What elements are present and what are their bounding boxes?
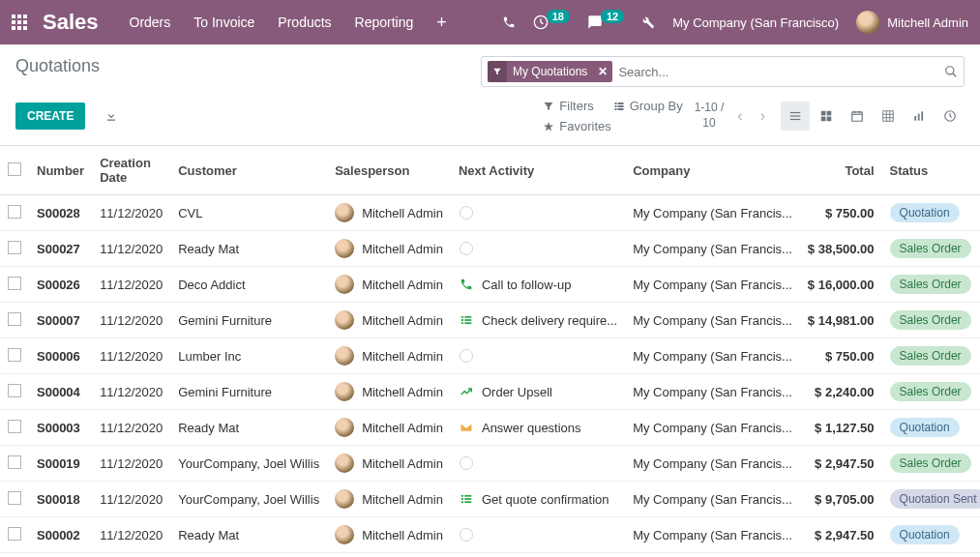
activity-list-icon[interactable] xyxy=(459,492,474,506)
activity-mail-icon[interactable] xyxy=(459,421,474,434)
favorites-button[interactable]: Favorites xyxy=(543,119,610,133)
filters-button[interactable]: Filters xyxy=(543,99,593,113)
row-checkbox[interactable] xyxy=(8,348,21,362)
cell-number: S00003 xyxy=(29,410,92,446)
status-badge: Sales Order xyxy=(890,346,971,366)
table-row[interactable]: S0000711/12/2020Gemini FurnitureMitchell… xyxy=(0,303,980,338)
search-bar[interactable]: My Quotations ✕ xyxy=(481,56,965,87)
col-customer[interactable]: Customer xyxy=(170,146,327,195)
cell-number: S00018 xyxy=(29,482,92,517)
cell-activity[interactable] xyxy=(451,338,625,374)
svg-rect-1 xyxy=(17,15,21,18)
col-total[interactable]: Total xyxy=(800,146,882,195)
activity-empty-icon[interactable] xyxy=(460,528,473,542)
view-kanban-icon[interactable] xyxy=(812,102,841,131)
activity-empty-icon[interactable] xyxy=(459,349,474,363)
cell-activity[interactable]: Call to follow-up xyxy=(451,267,625,303)
activity-phone-icon[interactable] xyxy=(459,278,474,291)
svg-rect-23 xyxy=(821,117,826,122)
view-pivot-icon[interactable] xyxy=(874,102,903,131)
svg-rect-49 xyxy=(464,501,471,503)
svg-rect-22 xyxy=(827,111,832,116)
row-checkbox[interactable] xyxy=(8,527,21,541)
cell-activity[interactable] xyxy=(451,446,625,482)
col-salesperson[interactable]: Salesperson xyxy=(327,146,451,195)
pager-prev-icon[interactable]: ‹ xyxy=(733,103,746,129)
nav-products[interactable]: Products xyxy=(278,15,331,30)
apps-icon[interactable] xyxy=(12,15,27,30)
activity-empty-icon[interactable] xyxy=(459,242,474,255)
cell-salesperson: Mitchell Admin xyxy=(327,338,451,374)
cell-activity[interactable] xyxy=(451,231,625,267)
col-date[interactable]: Creation Date xyxy=(92,146,170,195)
salesperson-avatar-icon xyxy=(335,382,354,401)
col-activity[interactable]: Next Activity xyxy=(451,146,625,195)
cell-activity[interactable]: Check delivery require... xyxy=(451,303,625,338)
activity-empty-icon[interactable] xyxy=(460,456,473,470)
activity-empty-icon[interactable] xyxy=(460,206,473,220)
table-row[interactable]: S0000211/12/2020Ready MatMitchell AdminM… xyxy=(0,517,980,553)
cell-number: S00019 xyxy=(29,446,92,482)
activity-empty-icon[interactable] xyxy=(459,528,474,542)
row-checkbox[interactable] xyxy=(8,205,21,219)
cell-date: 11/12/2020 xyxy=(92,410,170,446)
activity-empty-icon[interactable] xyxy=(459,206,474,220)
search-icon[interactable] xyxy=(944,65,958,78)
table-row[interactable]: S0002711/12/2020Ready MatMitchell AdminM… xyxy=(0,231,980,267)
activity-empty-icon[interactable] xyxy=(460,242,473,255)
col-number[interactable]: Number xyxy=(29,146,92,195)
plus-icon[interactable]: + xyxy=(436,13,447,33)
phone-icon[interactable] xyxy=(502,15,516,29)
chat-messages[interactable]: 12 xyxy=(587,15,624,30)
select-all-checkbox[interactable] xyxy=(8,162,21,176)
activity-empty-icon[interactable] xyxy=(459,456,474,470)
view-graph-icon[interactable] xyxy=(905,102,934,131)
groupby-button[interactable]: Group By xyxy=(613,99,683,113)
company-selector[interactable]: My Company (San Francisco) xyxy=(672,15,839,30)
row-checkbox[interactable] xyxy=(8,420,21,433)
create-button[interactable]: CREATE xyxy=(15,103,85,130)
row-checkbox[interactable] xyxy=(8,241,21,254)
nav-to-invoice[interactable]: To Invoice xyxy=(193,15,254,30)
cell-customer: YourCompany, Joel Willis xyxy=(170,446,327,482)
row-checkbox[interactable] xyxy=(8,277,21,290)
table-row[interactable]: S0001911/12/2020YourCompany, Joel Willis… xyxy=(0,446,980,482)
row-checkbox[interactable] xyxy=(8,312,21,326)
table-row[interactable]: S0000611/12/2020Lumber IncMitchell Admin… xyxy=(0,338,980,374)
table-row[interactable]: S0002811/12/2020CVLMitchell AdminMy Comp… xyxy=(0,195,980,231)
col-status[interactable]: Status xyxy=(882,146,980,195)
table-row[interactable]: S0002611/12/2020Deco AddictMitchell Admi… xyxy=(0,267,980,303)
app-brand[interactable]: Sales xyxy=(43,10,99,35)
import-icon[interactable] xyxy=(104,109,118,123)
row-checkbox[interactable] xyxy=(8,455,21,469)
wrench-icon[interactable] xyxy=(641,15,655,29)
view-activity-icon[interactable] xyxy=(935,102,965,131)
row-checkbox[interactable] xyxy=(8,491,21,505)
facet-remove-icon[interactable]: ✕ xyxy=(593,65,612,78)
pager-next-icon[interactable]: › xyxy=(757,103,769,129)
view-list-icon[interactable] xyxy=(781,102,810,131)
cell-activity[interactable] xyxy=(451,195,625,231)
search-input[interactable] xyxy=(618,65,938,79)
cell-activity[interactable]: Order Upsell xyxy=(451,374,625,410)
cell-activity[interactable]: Get quote confirmation xyxy=(451,482,625,517)
nav-orders[interactable]: Orders xyxy=(130,15,171,30)
svg-rect-47 xyxy=(464,498,471,500)
clock-activities[interactable]: 18 xyxy=(533,15,570,30)
pager-range[interactable]: 1-10 / xyxy=(695,101,725,116)
cell-status: Sales Order xyxy=(882,446,980,482)
table-row[interactable]: S0001811/12/2020YourCompany, Joel Willis… xyxy=(0,482,980,517)
view-calendar-icon[interactable] xyxy=(843,102,872,131)
user-avatar-icon xyxy=(856,11,879,34)
activity-empty-icon[interactable] xyxy=(460,349,473,363)
row-checkbox[interactable] xyxy=(8,384,21,397)
activity-list-icon[interactable] xyxy=(459,313,474,327)
cell-activity[interactable] xyxy=(451,517,625,553)
table-row[interactable]: S0000411/12/2020Gemini FurnitureMitchell… xyxy=(0,374,980,410)
nav-reporting[interactable]: Reporting xyxy=(355,15,414,30)
cell-activity[interactable]: Answer questions xyxy=(451,410,625,446)
user-menu[interactable]: Mitchell Admin xyxy=(856,11,968,34)
activity-chart-icon[interactable] xyxy=(459,385,474,398)
col-company[interactable]: Company xyxy=(625,146,800,195)
table-row[interactable]: S0000311/12/2020Ready MatMitchell AdminA… xyxy=(0,410,980,446)
